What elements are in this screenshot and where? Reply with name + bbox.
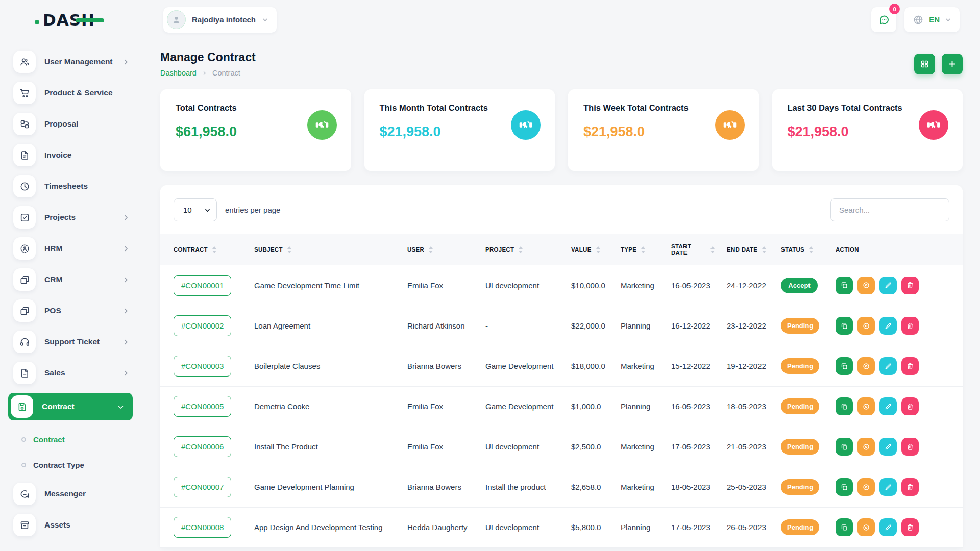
edit-button[interactable]: [879, 277, 897, 294]
view-button[interactable]: [857, 397, 875, 415]
sort-toggle[interactable]: [710, 246, 715, 253]
cell-user: Emilia Fox: [401, 386, 479, 427]
sort-toggle[interactable]: [596, 246, 600, 253]
duplicate-button[interactable]: [836, 478, 853, 496]
sidebar-item-row[interactable]: Product & Service: [13, 82, 143, 104]
sidebar-item-row[interactable]: Projects: [13, 206, 143, 229]
sidebar-subitem[interactable]: Contract Type: [21, 457, 143, 472]
row-actions: [836, 518, 957, 536]
sort-toggle[interactable]: [429, 246, 433, 253]
table-row: #CON00008 App Design And Development Tes…: [160, 507, 963, 547]
sidebar-item-row[interactable]: Support Ticket: [13, 331, 143, 353]
cell-start-date: 16-05-2023: [665, 265, 721, 306]
sidebar-item-row[interactable]: Messenger: [13, 483, 143, 505]
breadcrumb-dashboard-link[interactable]: Dashboard: [160, 69, 197, 77]
delete-button[interactable]: [901, 438, 919, 456]
edit-button[interactable]: [879, 317, 897, 335]
delete-button[interactable]: [901, 357, 919, 375]
sidebar-item-row[interactable]: Assets: [13, 514, 143, 536]
sidebar-item-row[interactable]: Proposal: [13, 113, 143, 135]
search-input[interactable]: [830, 198, 949, 221]
eye-icon: [862, 362, 870, 370]
sort-toggle[interactable]: [809, 246, 813, 253]
sidebar-item-row[interactable]: CRM: [13, 268, 143, 291]
column-header[interactable]: CONTRACT: [160, 234, 248, 265]
sidebar-item-row[interactable]: Contract: [8, 393, 133, 420]
contract-id-link[interactable]: #CON00006: [174, 436, 231, 457]
cell-user: Brianna Bowers: [401, 346, 479, 386]
column-header[interactable]: PROJECT: [479, 234, 565, 265]
view-button[interactable]: [857, 317, 875, 335]
sidebar-item-row[interactable]: Invoice: [13, 144, 143, 166]
duplicate-button[interactable]: [836, 397, 853, 415]
cell-project: UI development: [479, 507, 565, 547]
contract-id-link[interactable]: #CON00002: [174, 315, 231, 336]
sort-toggle[interactable]: [287, 246, 291, 253]
language-selector[interactable]: EN: [904, 7, 960, 32]
sort-toggle[interactable]: [762, 246, 766, 253]
duplicate-button[interactable]: [836, 317, 853, 335]
sidebar-item-label: Assets: [44, 520, 70, 530]
view-button[interactable]: [857, 478, 875, 496]
contract-id-link[interactable]: #CON00003: [174, 356, 231, 377]
cell-value: $5,800.0: [565, 507, 615, 547]
duplicate-button[interactable]: [836, 357, 853, 375]
grid-view-button[interactable]: [914, 54, 935, 74]
delete-button[interactable]: [901, 518, 919, 536]
column-label: END DATE: [727, 246, 757, 253]
contract-id-link[interactable]: #CON00001: [174, 275, 231, 296]
page-size-select[interactable]: 10: [174, 199, 216, 221]
column-header[interactable]: VALUE: [565, 234, 615, 265]
delete-button[interactable]: [901, 397, 919, 415]
sort-toggle[interactable]: [212, 246, 216, 253]
edit-button[interactable]: [879, 357, 897, 375]
messages-button[interactable]: 0: [871, 7, 896, 32]
cell-type: Marketing: [615, 346, 665, 386]
column-header[interactable]: ACTION: [829, 234, 963, 265]
sort-toggle[interactable]: [641, 246, 645, 253]
sidebar-item-row[interactable]: HRM: [13, 237, 143, 260]
column-header[interactable]: STATUS: [775, 234, 829, 265]
cell-start-date: 15-12-2022: [665, 346, 721, 386]
sidebar-item-label: Messenger: [44, 489, 86, 498]
edit-button[interactable]: [879, 438, 897, 456]
contract-id-link[interactable]: #CON00005: [174, 396, 231, 417]
add-contract-button[interactable]: [942, 54, 963, 74]
entries-per-page-label: entries per page: [225, 206, 280, 214]
copy-icon: [840, 281, 848, 289]
contract-id-link[interactable]: #CON00008: [174, 517, 231, 538]
edit-button[interactable]: [879, 478, 897, 496]
view-button[interactable]: [857, 438, 875, 456]
duplicate-button[interactable]: [836, 438, 853, 456]
column-header[interactable]: TYPE: [615, 234, 665, 265]
delete-button[interactable]: [901, 317, 919, 335]
sidebar-subitem[interactable]: Contract: [21, 432, 143, 447]
view-button[interactable]: [857, 518, 875, 536]
sidebar-item-row[interactable]: Sales: [13, 362, 143, 384]
edit-icon: [884, 362, 892, 370]
company-switcher[interactable]: Rajodiya infotech: [163, 7, 277, 33]
edit-button[interactable]: [879, 397, 897, 415]
sidebar-item-row[interactable]: User Management: [13, 51, 143, 73]
view-button[interactable]: [857, 357, 875, 375]
column-header[interactable]: USER: [401, 234, 479, 265]
view-button[interactable]: [857, 277, 875, 294]
delete-button[interactable]: [901, 478, 919, 496]
eye-icon: [862, 523, 870, 532]
column-header[interactable]: START DATE: [665, 234, 721, 265]
edit-button[interactable]: [879, 518, 897, 536]
cell-subject: Install The Product: [248, 427, 401, 467]
column-header[interactable]: END DATE: [721, 234, 775, 265]
duplicate-button[interactable]: [836, 277, 853, 294]
table-row: #CON00003 Boilerplate Clauses Brianna Bo…: [160, 346, 963, 386]
duplicate-button[interactable]: [836, 518, 853, 536]
sidebar-item-row[interactable]: POS: [13, 299, 143, 322]
delete-button[interactable]: [901, 277, 919, 294]
sidebar-item: Support Ticket: [13, 331, 143, 353]
sidebar-item-row[interactable]: Timesheets: [13, 175, 143, 197]
crm-icon: [19, 274, 30, 285]
cell-subject: Game Development Time Limit: [248, 265, 401, 306]
sort-toggle[interactable]: [519, 246, 523, 253]
column-header[interactable]: SUBJECT: [248, 234, 401, 265]
contract-id-link[interactable]: #CON00007: [174, 477, 231, 497]
